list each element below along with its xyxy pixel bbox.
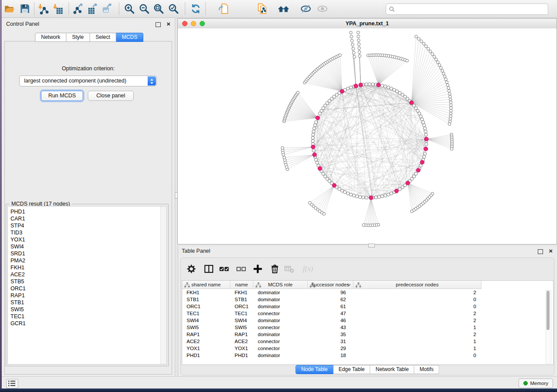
graph-node[interactable] bbox=[422, 124, 426, 127]
table-row[interactable]: RAP1RAP1dominator352 bbox=[182, 331, 553, 338]
graph-mcds-hub-node[interactable] bbox=[424, 147, 428, 151]
cell-name[interactable]: ACE2 bbox=[230, 338, 253, 345]
cell-shared-name[interactable]: SWI4 bbox=[182, 317, 230, 324]
graph-satellite-node[interactable] bbox=[429, 50, 432, 53]
graph-node[interactable] bbox=[346, 87, 349, 90]
graph-satellite-node[interactable] bbox=[350, 35, 353, 38]
graph-node[interactable] bbox=[384, 194, 387, 197]
cell-successor-nodes[interactable]: 47 bbox=[308, 310, 353, 317]
graph-satellite-node[interactable] bbox=[349, 31, 353, 34]
cell-successor-nodes[interactable]: 96 bbox=[308, 289, 353, 296]
graph-satellite-node[interactable] bbox=[441, 69, 444, 72]
cell-predecessor-nodes[interactable]: 1 bbox=[353, 345, 481, 352]
result-node-item[interactable]: GCR1 bbox=[8, 320, 166, 327]
graph-node[interactable] bbox=[390, 87, 393, 90]
refresh-icon[interactable] bbox=[190, 3, 201, 14]
tab-network[interactable]: Network bbox=[35, 33, 66, 42]
result-node-item[interactable]: STP4 bbox=[8, 222, 166, 229]
tab-select[interactable]: Select bbox=[90, 33, 116, 42]
graph-mcds-hub-node[interactable] bbox=[394, 189, 398, 193]
cell-name[interactable]: SWI4 bbox=[230, 317, 253, 324]
graph-satellite-node[interactable] bbox=[450, 112, 453, 115]
cell-successor-nodes[interactable]: 43 bbox=[308, 324, 353, 331]
graph-node[interactable] bbox=[377, 196, 381, 199]
graph-node[interactable] bbox=[425, 133, 428, 136]
cell-successor-nodes[interactable]: 29 bbox=[308, 345, 353, 352]
add-icon[interactable] bbox=[253, 264, 263, 274]
cell-name[interactable]: FKH1 bbox=[230, 289, 253, 296]
graph-node[interactable] bbox=[352, 194, 355, 197]
graph-mcds-hub-node[interactable] bbox=[409, 101, 413, 105]
result-node-item[interactable]: SWI5 bbox=[8, 306, 166, 313]
network-canvas[interactable] bbox=[178, 28, 557, 244]
graph-node[interactable] bbox=[390, 192, 393, 195]
graph-node[interactable] bbox=[384, 85, 387, 88]
tab-motifs[interactable]: Motifs bbox=[415, 365, 439, 374]
graph-node[interactable] bbox=[311, 139, 314, 142]
table-row[interactable]: STB1STB1dominator620 bbox=[182, 296, 553, 303]
cell-MCDS-role[interactable]: dominator bbox=[253, 296, 308, 303]
result-node-item[interactable]: SRD1 bbox=[8, 250, 166, 257]
table-row[interactable]: FKH1FKH1dominator962 bbox=[182, 289, 553, 296]
graph-node[interactable] bbox=[362, 196, 365, 199]
graph-mcds-hub-node[interactable] bbox=[332, 183, 336, 187]
cell-MCDS-role[interactable]: connector bbox=[253, 338, 308, 345]
graph-node[interactable] bbox=[422, 121, 425, 124]
graph-mcds-hub-node[interactable] bbox=[420, 160, 424, 164]
graph-satellite-node[interactable] bbox=[422, 42, 426, 45]
result-node-item[interactable]: FKH1 bbox=[8, 264, 166, 271]
table-scrollbar-thumb[interactable] bbox=[547, 291, 550, 330]
graph-satellite-node[interactable] bbox=[450, 107, 453, 110]
cell-MCDS-role[interactable]: dominator bbox=[253, 352, 308, 359]
save-icon[interactable] bbox=[19, 3, 31, 14]
graph-node[interactable] bbox=[349, 86, 353, 89]
graph-satellite-node[interactable] bbox=[439, 66, 443, 69]
column-header-successor-nodes[interactable]: successor nodes bbox=[308, 281, 353, 289]
cell-name[interactable]: ORC1 bbox=[230, 303, 253, 310]
cell-predecessor-nodes[interactable]: 1 bbox=[353, 338, 481, 345]
graph-satellite-node[interactable] bbox=[281, 146, 284, 149]
cell-shared-name[interactable]: FKH1 bbox=[182, 289, 230, 296]
cell-shared-name[interactable]: YOX1 bbox=[182, 345, 230, 352]
result-node-item[interactable]: YOX1 bbox=[8, 236, 166, 243]
cell-shared-name[interactable]: RAP1 bbox=[182, 331, 230, 338]
graph-node[interactable] bbox=[315, 158, 318, 161]
cell-MCDS-role[interactable]: connector bbox=[253, 310, 308, 317]
result-node-item[interactable]: RAP1 bbox=[8, 292, 166, 299]
cell-predecessor-nodes[interactable]: 2 bbox=[353, 331, 481, 338]
cell-successor-nodes[interactable]: 62 bbox=[308, 296, 353, 303]
graph-satellite-node[interactable] bbox=[362, 224, 365, 227]
cell-MCDS-role[interactable]: connector bbox=[253, 345, 308, 352]
graph-node[interactable] bbox=[346, 192, 349, 195]
cell-predecessor-nodes[interactable]: 0 bbox=[353, 352, 481, 359]
graph-node[interactable] bbox=[311, 136, 315, 139]
cell-name[interactable]: STB1 bbox=[230, 296, 253, 303]
float-panel-icon[interactable] bbox=[156, 22, 161, 27]
graph-satellite-node[interactable] bbox=[449, 98, 452, 101]
hide-selected-eye-slash-icon[interactable] bbox=[300, 3, 311, 14]
cell-shared-name[interactable]: PHD1 bbox=[182, 352, 230, 359]
graph-satellite-node[interactable] bbox=[436, 61, 439, 64]
table-row[interactable]: SWI4SWI4dominator462 bbox=[182, 317, 553, 324]
cell-name[interactable]: TEC1 bbox=[230, 310, 253, 317]
graph-satellite-node[interactable] bbox=[443, 75, 446, 78]
graph-satellite-node[interactable] bbox=[308, 201, 311, 204]
graph-node[interactable] bbox=[312, 130, 315, 133]
graph-node[interactable] bbox=[315, 121, 318, 124]
graph-satellite-node[interactable] bbox=[350, 39, 353, 42]
graph-satellite-node[interactable] bbox=[450, 104, 453, 107]
cell-name[interactable]: SWI5 bbox=[230, 324, 253, 331]
cell-shared-name[interactable]: ACE2 bbox=[182, 338, 230, 345]
graph-node[interactable] bbox=[387, 86, 390, 89]
graph-mcds-hub-node[interactable] bbox=[316, 116, 320, 120]
cell-predecessor-nodes[interactable]: 1 bbox=[353, 324, 481, 331]
graph-node[interactable] bbox=[381, 84, 384, 87]
graph-node[interactable] bbox=[349, 193, 353, 196]
close-panel-button[interactable]: Close panel bbox=[88, 91, 134, 101]
result-node-item[interactable]: CAR1 bbox=[8, 215, 166, 222]
graph-node[interactable] bbox=[424, 130, 427, 133]
graph-satellite-node[interactable] bbox=[351, 43, 354, 46]
graph-satellite-node[interactable] bbox=[448, 89, 451, 93]
graph-mcds-hub-node[interactable] bbox=[424, 137, 428, 141]
table-row[interactable]: ACE2ACE2connector311 bbox=[182, 338, 553, 345]
